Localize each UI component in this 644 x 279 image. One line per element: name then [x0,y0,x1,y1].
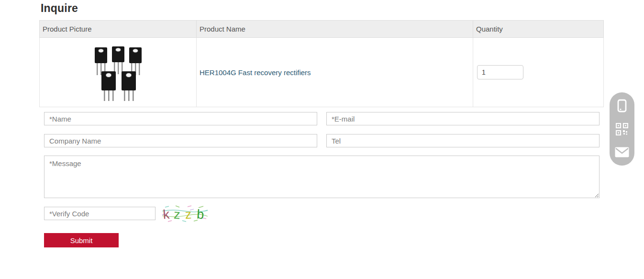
captcha-letter-2: z [173,207,180,222]
captcha-image[interactable]: k z z b [161,204,209,223]
table-header-row: Product Picture Product Name Quantity [40,21,604,38]
captcha-letter-3: z [185,207,192,222]
captcha-letter-1: k [163,207,170,222]
quantity-cell [473,38,604,107]
inquire-page: Inquire Product Picture Product Name Qua… [0,0,644,279]
product-name-link[interactable]: HER1004G Fast recovery rectifiers [200,68,311,77]
email-field[interactable] [326,112,600,125]
page-title: Inquire [41,2,78,15]
product-picture-cell [40,38,197,107]
message-field[interactable] [44,156,600,198]
tel-field[interactable] [326,134,600,147]
company-name-field[interactable] [44,134,317,147]
table-row: HER1004G Fast recovery rectifiers [40,38,604,107]
verify-code-field[interactable] [44,207,155,220]
header-product-picture: Product Picture [40,21,197,38]
header-product-name: Product Name [197,21,473,38]
floating-contact-widget [610,92,634,166]
product-image [87,42,149,101]
quantity-input[interactable] [477,65,523,79]
header-quantity: Quantity [473,21,604,38]
qrcode-icon[interactable] [615,122,629,136]
phone-icon[interactable] [615,99,629,113]
mail-icon[interactable] [615,145,629,159]
name-field[interactable] [44,112,317,125]
product-table: Product Picture Product Name Quantity [39,20,604,107]
submit-button[interactable]: Submit [44,233,119,247]
product-name-cell: HER1004G Fast recovery rectifiers [197,38,473,107]
captcha-letter-4: b [196,207,204,222]
